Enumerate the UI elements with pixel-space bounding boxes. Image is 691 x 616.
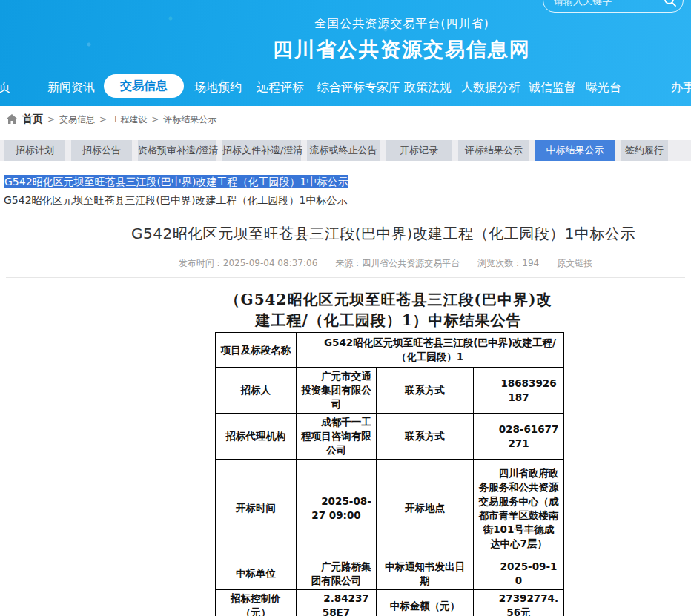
table-cell-r0-c1: G542昭化区元坝至旺苍县三江段(巴中界)改建工程/（化工园段）1 (297, 333, 564, 368)
tab-4[interactable]: 流标或终止公告 (307, 140, 380, 161)
table-cell-r1-c3: 18683926187 (474, 368, 564, 414)
document-heading-line-1: 建工程/（化工园段）1）中标结果公告 (211, 310, 566, 331)
breadcrumb: 首页>交易信息>工程建设>评标结果公示 (6, 113, 216, 126)
table-cell-r1-c2: 联系方式 (377, 368, 474, 414)
breadcrumb-item-2[interactable]: 工程建设 (111, 113, 147, 126)
table-cell-r5-c2: 中标金额（元） (377, 590, 474, 616)
table-cell-r3-c1: 2025-08-27 09:00 (297, 460, 377, 557)
table-cell-r2-c3: 028-61677271 (474, 414, 564, 460)
breadcrumb-item-1[interactable]: 交易信息 (59, 113, 95, 126)
tab-0[interactable]: 招标计划 (4, 140, 65, 161)
result-link-1[interactable]: G542昭化区元坝至旺苍县三江段(巴中界)改建工程（化工园段）1中标公示 (4, 193, 348, 207)
nav-item-1[interactable]: 新闻资讯 (47, 79, 95, 96)
table-cell-r5-c3: 27392774.56元 (474, 590, 564, 616)
table-cell-r0-c0: 项目及标段名称 (216, 333, 297, 368)
table-row: 招标控制价（元）2.8423758E7中标金额（元）27392774.56元 (216, 590, 564, 616)
search-icon[interactable] (664, 0, 677, 7)
meta-item-3[interactable]: 原文链接 (557, 258, 592, 268)
nav-item-0[interactable]: 首页 (0, 79, 10, 96)
table-cell-r2-c2: 联系方式 (377, 414, 474, 460)
table-cell-r3-c2: 开标地点 (377, 460, 474, 557)
table-row: 招标代理机构成都千一工程项目咨询有限公司联系方式028-61677271 (216, 414, 564, 460)
table-row: 招标人广元市交通投资集团有限公司联系方式18683926187 (216, 368, 564, 414)
nav-item-2[interactable]: 交易信息 (104, 74, 184, 98)
nav-item-5[interactable]: 综合评标专家库 (317, 79, 400, 96)
category-tabs-strip: 招标计划招标公告资格预审补遗/澄清招标文件补遗/澄清流标或终止公告开标记录评标结… (0, 140, 691, 161)
table-cell-r2-c1: 成都千一工程项目咨询有限公司 (297, 414, 377, 460)
tab-6[interactable]: 评标结果公示 (458, 140, 529, 161)
table-cell-r1-c0: 招标人 (216, 368, 297, 414)
result-link-0[interactable]: G542昭化区元坝至旺苍县三江段(巴中界)改建工程（化工园段）1中标公示 (4, 175, 348, 188)
tab-1[interactable]: 招标公告 (71, 140, 132, 161)
table-cell-r1-c1: 广元市交通投资集团有限公司 (297, 368, 377, 414)
home-icon[interactable] (6, 113, 18, 125)
article-meta: 发布时间：2025-09-04 08:37:06来源：四川省公共资源交易平台浏览… (78, 257, 691, 270)
tab-8[interactable]: 签约履行 (621, 140, 668, 161)
result-table: 项目及标段名称G542昭化区元坝至旺苍县三江段(巴中界)改建工程/（化工园段）1… (215, 332, 564, 616)
breadcrumb-separator: > (99, 114, 107, 125)
document-heading: （G542昭化区元坝至旺苍县三江段(巴中界)改建工程/（化工园段）1）中标结果公… (211, 289, 566, 331)
search-input[interactable] (554, 0, 658, 10)
breadcrumb-separator: > (151, 114, 159, 125)
nav-item-6[interactable]: 政策法规 (404, 79, 452, 96)
tab-3[interactable]: 招标文件补遗/澄清 (222, 140, 301, 161)
table-row: 项目及标段名称G542昭化区元坝至旺苍县三江段(巴中界)改建工程/（化工园段）1 (216, 333, 564, 368)
tab-5[interactable]: 开标记录 (386, 140, 452, 161)
nav-item-8[interactable]: 诚信监督 (529, 79, 576, 96)
nav-item-10[interactable]: 办事服务 (671, 79, 691, 96)
table-cell-r2-c0: 招标代理机构 (216, 414, 297, 460)
meta-item-2: 浏览次数：194 (477, 258, 539, 268)
meta-item-1: 来源：四川省公共资源交易平台 (335, 258, 460, 268)
table-cell-r3-c3: 四川省政府政务服务和公共资源交易服务中心（成都市青羊区鼓楼南街101号丰德成达中… (474, 460, 564, 557)
breadcrumb-separator: > (47, 114, 55, 125)
table-cell-r4-c3: 2025-09-10 (474, 557, 564, 590)
table-cell-r4-c0: 中标单位 (216, 557, 297, 590)
table-cell-r3-c0: 开标时间 (216, 460, 297, 557)
main-nav: 首页新闻资讯交易信息场地预约远程评标综合评标专家库政策法规大数据分析诚信监督曝光… (0, 73, 691, 102)
site-title-national: 全国公共资源交易平台(四川省) (105, 16, 691, 32)
nav-item-7[interactable]: 大数据分析 (461, 79, 520, 96)
document-heading-line-0: （G542昭化区元坝至旺苍县三江段(巴中界)改 (211, 289, 566, 310)
nav-item-4[interactable]: 远程评标 (257, 79, 304, 96)
table-row: 中标单位广元路桥集团有限公司中标通知书发出日期2025-09-10 (216, 557, 564, 590)
breadcrumb-bar: 首页>交易信息>工程建设>评标结果公示 (0, 106, 691, 133)
category-tabs: 招标计划招标公告资格预审补遗/澄清招标文件补遗/澄清流标或终止公告开标记录评标结… (4, 140, 674, 161)
result-table-body: 项目及标段名称G542昭化区元坝至旺苍县三江段(巴中界)改建工程/（化工园段）1… (216, 333, 564, 616)
table-row: 开标时间2025-08-27 09:00开标地点四川省政府政务服务和公共资源交易… (216, 460, 564, 557)
result-links: G542昭化区元坝至旺苍县三江段(巴中界)改建工程（化工园段）1中标公示G542… (4, 174, 348, 212)
site-title-sichuan: 四川省公共资源交易信息网 (105, 36, 691, 63)
divider (6, 277, 685, 278)
table-cell-r4-c1: 广元路桥集团有限公司 (297, 557, 377, 590)
nav-item-3[interactable]: 场地预约 (194, 79, 242, 96)
site-header: 全国公共资源交易平台(四川省) 四川省公共资源交易信息网 首页新闻资讯交易信息场… (0, 0, 691, 106)
breadcrumb-item-0[interactable]: 首页 (22, 113, 43, 126)
table-cell-r4-c2: 中标通知书发出日期 (377, 557, 474, 590)
tab-7[interactable]: 中标结果公示 (535, 140, 615, 161)
breadcrumb-item-3[interactable]: 评标结果公示 (163, 113, 216, 126)
tab-2[interactable]: 资格预审补遗/澄清 (138, 140, 216, 161)
search-box[interactable] (543, 0, 684, 13)
site-titles: 全国公共资源交易平台(四川省) 四川省公共资源交易信息网 (105, 16, 691, 63)
table-cell-r5-c0: 招标控制价（元） (216, 590, 297, 616)
table-cell-r5-c1: 2.8423758E7 (297, 590, 377, 616)
meta-item-0: 发布时间：2025-09-04 08:37:06 (179, 258, 317, 268)
page-title: G542昭化区元坝至旺苍县三江段(巴中界)改建工程（化工园段）1中标公示 (76, 224, 691, 244)
nav-item-9[interactable]: 曝光台 (586, 79, 621, 96)
